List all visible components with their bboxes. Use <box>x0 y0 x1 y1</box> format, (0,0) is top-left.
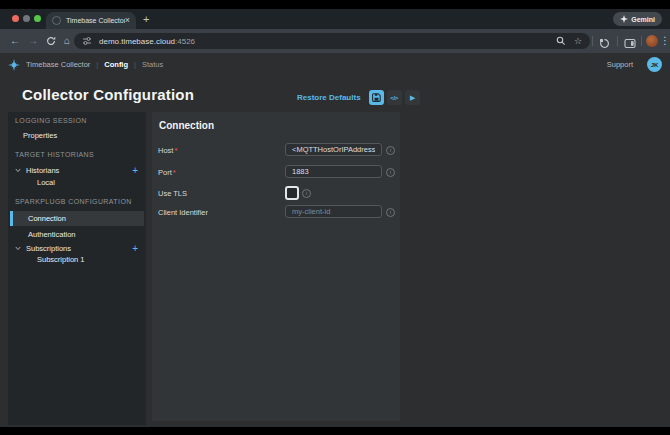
sidebar-item-authentication[interactable]: Authentication <box>28 230 76 239</box>
window-minimize-button[interactable] <box>23 15 30 22</box>
bookmark-star-icon[interactable]: ☆ <box>574 37 582 46</box>
panel-heading: Connection <box>159 120 214 131</box>
browser-tab[interactable]: Timebase Collector × <box>46 12 136 29</box>
sidebar-item-label: Historians <box>26 166 132 175</box>
timebase-logo-icon <box>8 59 20 71</box>
url-bar[interactable]: demo.timebase.cloud:4526 ☆ <box>74 33 590 49</box>
save-floppy-icon <box>372 93 381 102</box>
sidebar-item-label: Subscriptions <box>26 244 132 253</box>
restore-defaults-button[interactable]: Restore Defaults <box>292 90 366 105</box>
port-info-icon[interactable]: i <box>386 168 395 177</box>
port-input[interactable] <box>285 165 382 178</box>
brand-label[interactable]: Timebase Collector <box>26 60 90 69</box>
host-info-icon[interactable]: i <box>386 146 395 155</box>
reload-icon[interactable] <box>44 36 58 49</box>
site-settings-icon[interactable] <box>82 36 92 46</box>
code-view-button[interactable]: </> <box>387 90 402 105</box>
tab-favicon-icon <box>52 16 61 25</box>
url-port: :4526 <box>175 37 195 46</box>
port-label: Port* <box>158 168 176 177</box>
page-title: Collector Configuration <box>22 86 194 103</box>
host-input[interactable] <box>285 143 382 156</box>
chevron-down-icon[interactable] <box>15 168 21 173</box>
required-marker: * <box>174 146 177 155</box>
browser-tab-strip: Timebase Collector × + Gemini <box>0 9 670 29</box>
add-historian-icon[interactable]: + <box>132 166 138 176</box>
section-logging-session: LOGGING SESSION <box>15 117 87 124</box>
window-maximize-button[interactable] <box>34 15 41 22</box>
sidebar-item-properties[interactable]: Properties <box>23 131 57 140</box>
sidebar-item-local[interactable]: Local <box>37 178 55 187</box>
support-link[interactable]: Support <box>607 60 633 69</box>
port-field-row: Port* i <box>152 165 400 179</box>
client-identifier-input[interactable] <box>285 205 382 218</box>
zoom-icon[interactable] <box>556 36 566 46</box>
forward-icon[interactable]: → <box>26 35 40 47</box>
browser-toolbar: ← → ⌂ demo.timebase.cloud:4526 ☆ <box>0 29 670 53</box>
toolbar-divider <box>592 36 593 46</box>
back-icon[interactable]: ← <box>8 35 22 47</box>
url-text: demo.timebase.cloud:4526 <box>99 37 195 46</box>
nav-separator: | <box>96 60 98 69</box>
page-background: Timebase Collector | Config | Status Sup… <box>0 53 670 427</box>
browser-profile-avatar[interactable] <box>646 35 658 47</box>
side-panel-icon[interactable] <box>624 35 636 53</box>
add-subscription-icon[interactable]: + <box>132 244 138 254</box>
tab-title: Timebase Collector <box>66 17 125 24</box>
section-sparkplugb-configuration: SPARKPLUGB CONFIGURATION <box>15 198 132 205</box>
section-target-historians: TARGET HISTORIANS <box>15 151 94 158</box>
use-tls-field-row: Use TLS i <box>152 186 400 200</box>
sidebar-item-subscription-1[interactable]: Subscription 1 <box>37 255 85 264</box>
app-header: Timebase Collector | Config | Status Sup… <box>0 53 670 76</box>
sidebar-item-connection-selected[interactable]: Connection <box>10 211 144 226</box>
window-close-button[interactable] <box>12 15 19 22</box>
url-host: demo.timebase.cloud <box>99 37 175 46</box>
gemini-button[interactable]: Gemini <box>613 12 662 26</box>
run-button[interactable]: ▶ <box>405 90 420 105</box>
use-tls-label: Use TLS <box>158 189 187 198</box>
host-field-row: Host* i <box>152 143 400 157</box>
save-button[interactable] <box>369 90 384 105</box>
toolbar-divider <box>617 36 618 46</box>
sidebar-item-subscriptions[interactable]: Subscriptions + <box>8 242 146 255</box>
required-marker: * <box>173 168 176 177</box>
nav-status-link[interactable]: Status <box>142 60 163 69</box>
tab-close-icon[interactable]: × <box>125 16 130 25</box>
client-identifier-label: Client Identifier <box>158 208 208 217</box>
connection-panel: Connection Host* i Port* i Use TLS i Cli… <box>152 112 400 421</box>
toolbar-divider <box>641 36 642 46</box>
new-tab-button[interactable]: + <box>143 13 149 25</box>
user-avatar[interactable]: JK <box>647 57 662 72</box>
nav-separator: | <box>134 60 136 69</box>
home-icon[interactable]: ⌂ <box>60 35 74 47</box>
client-identifier-field-row: Client Identifier i <box>152 205 400 219</box>
config-sidebar: LOGGING SESSION Properties TARGET HISTOR… <box>8 112 146 425</box>
host-label: Host* <box>158 146 177 155</box>
gemini-label: Gemini <box>631 16 655 23</box>
use-tls-checkbox[interactable] <box>285 186 299 200</box>
extensions-icon[interactable] <box>599 35 610 53</box>
browser-menu-icon[interactable]: ⋮ <box>660 35 670 47</box>
sidebar-item-historians[interactable]: Historians + <box>8 164 146 177</box>
client-identifier-info-icon[interactable]: i <box>386 208 395 217</box>
use-tls-info-icon[interactable]: i <box>302 189 311 198</box>
action-bar: Restore Defaults </> ▶ <box>292 90 420 105</box>
nav-config-link[interactable]: Config <box>104 60 128 69</box>
chevron-down-icon[interactable] <box>15 246 21 251</box>
gemini-sparkle-icon <box>620 15 628 23</box>
sidebar-item-label: Connection <box>28 214 144 223</box>
